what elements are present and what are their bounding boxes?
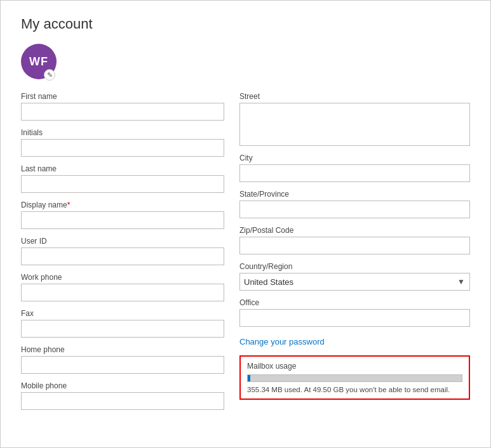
field-group-country-region: Country/Region United States Canada Unit… xyxy=(239,262,470,291)
label-mobile-phone: Mobile phone xyxy=(21,381,224,390)
field-group-home-phone: Home phone xyxy=(21,345,224,374)
field-group-mobile-phone: Mobile phone xyxy=(21,381,224,410)
my-account-page: My account WF ✎ First name Initials Last… xyxy=(0,0,491,448)
label-city: City xyxy=(239,154,470,162)
input-last-name[interactable] xyxy=(21,175,224,193)
label-office: Office xyxy=(239,298,470,307)
change-password-link[interactable]: Change your password xyxy=(239,337,470,346)
input-work-phone[interactable] xyxy=(21,284,224,301)
input-display-name[interactable] xyxy=(21,211,224,229)
form-layout: First name Initials Last name Display na… xyxy=(21,92,470,410)
label-work-phone: Work phone xyxy=(21,273,224,282)
page-title: My account xyxy=(21,16,470,32)
edit-avatar-icon[interactable]: ✎ xyxy=(44,69,55,81)
input-mobile-phone[interactable] xyxy=(21,392,224,410)
avatar-area: WF ✎ xyxy=(21,44,59,79)
input-state-province[interactable] xyxy=(239,201,470,218)
input-street[interactable] xyxy=(239,103,470,146)
mailbox-usage-text: 355.34 MB used. At 49.50 GB you won't be… xyxy=(247,386,462,393)
field-group-user-id: User ID xyxy=(21,237,224,265)
mailbox-bar-fill xyxy=(248,375,250,381)
mailbox-label: Mailbox usage xyxy=(247,362,462,371)
field-group-display-name: Display name* xyxy=(21,201,224,229)
label-state-province: State/Province xyxy=(239,190,470,199)
label-user-id: User ID xyxy=(21,237,224,246)
label-home-phone: Home phone xyxy=(21,345,224,354)
input-first-name[interactable] xyxy=(21,103,224,121)
label-zip-postal: Zip/Postal Code xyxy=(239,226,470,235)
input-city[interactable] xyxy=(239,164,470,182)
input-fax[interactable] xyxy=(21,320,224,338)
left-column: First name Initials Last name Display na… xyxy=(21,92,224,410)
label-display-name: Display name* xyxy=(21,201,224,209)
field-group-initials: Initials xyxy=(21,128,224,157)
label-initials: Initials xyxy=(21,128,224,137)
input-initials[interactable] xyxy=(21,139,224,157)
field-group-work-phone: Work phone xyxy=(21,273,224,301)
field-group-state-province: State/Province xyxy=(239,190,470,218)
mailbox-usage-section: Mailbox usage 355.34 MB used. At 49.50 G… xyxy=(239,355,470,400)
field-group-city: City xyxy=(239,154,470,182)
field-group-street: Street xyxy=(239,92,470,146)
label-fax: Fax xyxy=(21,309,224,318)
field-group-first-name: First name xyxy=(21,92,224,121)
mailbox-bar xyxy=(247,374,462,382)
label-first-name: First name xyxy=(21,92,224,101)
label-street: Street xyxy=(239,92,470,101)
right-column: Street City State/Province Zip/Postal Co… xyxy=(239,92,470,410)
select-wrapper-country: United States Canada United Kingdom Aust… xyxy=(239,273,470,291)
label-country-region: Country/Region xyxy=(239,262,470,271)
input-office[interactable] xyxy=(239,309,470,327)
input-user-id[interactable] xyxy=(21,247,224,265)
field-group-office: Office xyxy=(239,298,470,327)
input-zip-postal[interactable] xyxy=(239,237,470,254)
field-group-last-name: Last name xyxy=(21,164,224,193)
field-group-fax: Fax xyxy=(21,309,224,338)
label-last-name: Last name xyxy=(21,164,224,173)
input-home-phone[interactable] xyxy=(21,356,224,374)
avatar-initials: WF xyxy=(29,55,48,69)
select-country-region[interactable]: United States Canada United Kingdom Aust… xyxy=(239,273,470,291)
field-group-zip-postal: Zip/Postal Code xyxy=(239,226,470,254)
